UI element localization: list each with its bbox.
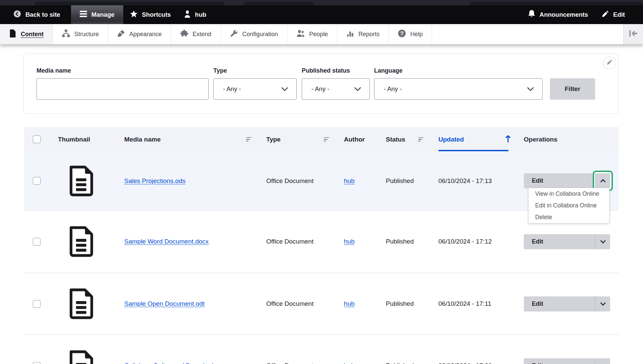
edit-dropdown-button[interactable]: Edit	[524, 234, 610, 249]
browser-tab-strip	[0, 0, 643, 5]
chevron-up-icon	[600, 179, 606, 183]
contextual-edit-button[interactable]	[603, 57, 616, 69]
bell-icon	[528, 10, 535, 19]
star-icon	[130, 10, 138, 19]
operations-cell: Edit	[524, 335, 619, 364]
type-select[interactable]: - Any -	[213, 78, 297, 100]
manage-label: Manage	[91, 11, 115, 18]
sort-icon	[246, 137, 252, 142]
row-checkbox[interactable]	[33, 238, 41, 246]
header-type[interactable]: Type	[266, 127, 344, 152]
toolbar-collapse-button[interactable]	[623, 24, 643, 44]
table-header-row: Thumbnail Media name Type Author Status …	[24, 127, 619, 152]
dropdown-toggle[interactable]	[595, 234, 610, 249]
dropdown-toggle[interactable]	[595, 358, 610, 364]
tab-appearance[interactable]: Appearance	[108, 24, 171, 44]
filter-published-group: Published status - Any -	[302, 67, 370, 100]
media-name-input[interactable]	[37, 78, 209, 100]
type-cell: Office Document	[266, 273, 344, 335]
user-button[interactable]: hub	[177, 5, 213, 24]
filter-language-group: Language - Any -	[374, 67, 543, 100]
tab-configuration-label: Configuration	[242, 31, 278, 38]
bar-chart-icon	[346, 29, 354, 39]
operations-menu: View in Collabora Online Edit in Collabo…	[528, 188, 610, 223]
operations-cell: Edit View in Collabora Online Edit in Co…	[524, 152, 619, 210]
edit-dropdown-button[interactable]: Edit	[524, 173, 610, 188]
tab-reports[interactable]: Reports	[337, 24, 389, 44]
tab-content[interactable]: Content	[0, 24, 53, 44]
media-name-link[interactable]: Collabora Online and Drupal.odp	[124, 362, 217, 364]
author-link[interactable]: hub	[344, 238, 355, 245]
updated-cell: 06/10/2024 - 17:12	[438, 210, 524, 273]
tab-extend-label: Extend	[193, 31, 211, 38]
status-cell: Published	[386, 273, 438, 335]
manage-button[interactable]: Manage	[71, 5, 123, 24]
select-all-checkbox[interactable]	[33, 135, 41, 143]
header-status[interactable]: Status	[386, 127, 438, 152]
filter-media-name-group: Media name	[37, 67, 209, 100]
user-label: hub	[195, 11, 206, 18]
tab-extend[interactable]: Extend	[171, 24, 221, 44]
tab-help[interactable]: ? Help	[389, 24, 432, 44]
author-link[interactable]: hub	[344, 177, 355, 185]
edit-button-label: Edit	[532, 238, 595, 245]
media-name-link[interactable]: Sales Projections.ods	[124, 177, 186, 185]
row-checkbox[interactable]	[33, 300, 41, 308]
media-name-link[interactable]: Sample Word Document.docx	[124, 238, 209, 245]
puzzle-icon	[180, 29, 188, 39]
back-icon	[13, 10, 21, 19]
screen: Back to site Manage Shortcuts hub Announ…	[0, 0, 643, 364]
language-select[interactable]: - Any -	[374, 78, 543, 100]
paintbrush-icon	[117, 29, 125, 39]
tab-people[interactable]: People	[287, 24, 337, 44]
wrench-icon	[230, 29, 238, 39]
edit-dropdown-button[interactable]: Edit	[524, 296, 610, 311]
row-checkbox[interactable]	[33, 362, 41, 364]
status-cell: Published	[386, 210, 438, 273]
menu-item-edit-collabora[interactable]: Edit in Collabora Online	[528, 200, 609, 211]
tab-configuration[interactable]: Configuration	[221, 24, 287, 44]
header-updated-sorted[interactable]: Updated	[438, 127, 524, 152]
tab-content-label: Content	[21, 31, 44, 38]
published-status-select[interactable]: - Any -	[302, 78, 370, 100]
tab-help-label: Help	[410, 31, 423, 38]
browser-tab	[470, 2, 643, 5]
announcements-button[interactable]: Announcements	[521, 5, 595, 24]
tab-appearance-label: Appearance	[129, 31, 162, 38]
tab-structure[interactable]: Structure	[53, 24, 108, 44]
edit-mode-button[interactable]: Edit	[595, 5, 632, 24]
menu-item-view-collabora[interactable]: View in Collabora Online	[528, 188, 609, 200]
svg-text:?: ?	[401, 30, 404, 36]
media-table: Thumbnail Media name Type Author Status …	[24, 127, 619, 364]
chevron-down-icon	[527, 87, 534, 91]
edit-button-label: Edit	[532, 177, 595, 184]
author-link[interactable]: hub	[344, 362, 355, 364]
type-cell: Office Document	[266, 335, 344, 364]
row-checkbox[interactable]	[33, 177, 41, 185]
dropdown-toggle[interactable]	[595, 173, 610, 188]
language-label: Language	[374, 67, 543, 74]
filter-type-group: Type - Any -	[213, 67, 297, 100]
media-name-link[interactable]: Sample Open Document.odt	[124, 300, 205, 307]
document-thumbnail-icon	[67, 288, 96, 320]
select-all-cell	[24, 127, 58, 152]
collapse-icon	[629, 30, 638, 38]
browser-tab	[244, 2, 314, 5]
header-operations: Operations	[524, 127, 619, 152]
shortcuts-label: Shortcuts	[142, 11, 171, 18]
author-link[interactable]: hub	[344, 300, 355, 307]
menu-item-delete[interactable]: Delete	[528, 211, 609, 223]
status-cell: Published	[386, 152, 438, 210]
table-row: Sample Open Document.odt Office Document…	[24, 273, 619, 335]
back-to-site-button[interactable]: Back to site	[7, 5, 67, 24]
hamburger-icon	[80, 11, 87, 19]
chevron-down-icon	[354, 87, 361, 91]
filter-submit-button[interactable]: Filter	[550, 78, 595, 100]
dropdown-toggle[interactable]	[595, 296, 610, 311]
admin-tab-bar: Content Structure Appearance Extend Conf…	[0, 24, 643, 44]
user-icon	[184, 10, 191, 19]
shortcuts-button[interactable]: Shortcuts	[123, 5, 177, 24]
document-thumbnail-icon	[67, 226, 96, 257]
header-media-name[interactable]: Media name	[124, 127, 266, 152]
edit-dropdown-button[interactable]: Edit	[524, 358, 610, 364]
